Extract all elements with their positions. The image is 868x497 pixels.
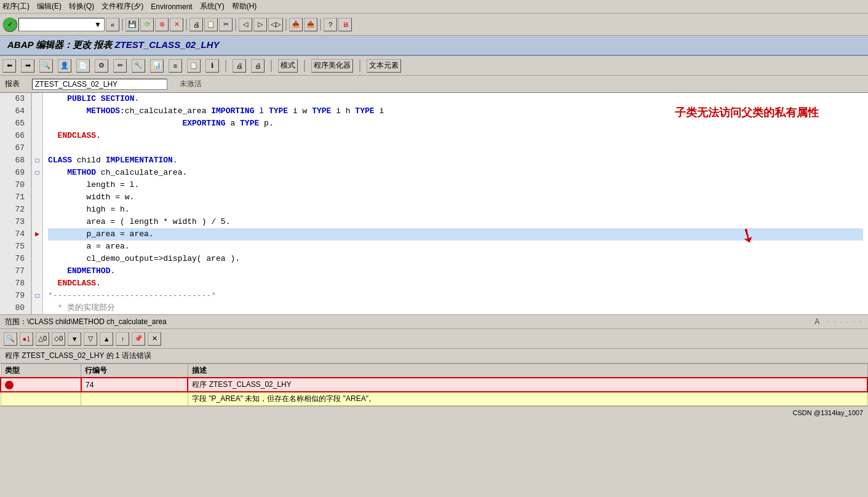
code-line: high = h.	[48, 204, 863, 216]
undo-btn[interactable]: ◁	[239, 18, 252, 31]
system-btn[interactable]: 🖥	[338, 18, 352, 31]
tool10-btn[interactable]: ℹ	[205, 59, 219, 73]
check-btn[interactable]: ✓	[2, 17, 17, 32]
col-type: 类型	[1, 364, 81, 378]
tool4-btn[interactable]: ⚙	[95, 59, 108, 73]
err-tool1[interactable]: 🔍	[4, 332, 17, 346]
copy-btn[interactable]: 📋	[204, 18, 218, 31]
code-editor: 636465666768697071727374757677787980 □□▶…	[0, 93, 868, 314]
code-line: *---------------------------------*	[48, 290, 863, 302]
error-panel: 类型 行编号 描述 74 程序 ZTEST_CLASS_02_LHY 字段 "P…	[0, 364, 868, 406]
stop-btn[interactable]: ⊗	[155, 18, 169, 31]
err-tool7[interactable]: ▲	[100, 332, 113, 346]
menu-item-environment[interactable]: Environment	[151, 2, 192, 11]
back-btn[interactable]: ⬅	[2, 59, 16, 73]
refresh-btn[interactable]: ⟳	[140, 18, 154, 31]
err-tool2[interactable]: ●1	[20, 332, 33, 346]
tool6-btn[interactable]: 🔧	[132, 59, 145, 73]
code-line: cl_demo_output=>display( area ).	[48, 253, 863, 265]
main-toolbar: ✓ ▼ « 💾 ⟳ ⊗ ✕ 🖨 📋 ✂ ◁ ▷ ◁▷ 📥 📤 ? 🖥	[0, 14, 868, 36]
err-tool4[interactable]: ◇0	[52, 332, 65, 346]
upload-btn[interactable]: 📤	[304, 18, 317, 31]
error-line: 74	[81, 378, 188, 392]
code-line: length = l.	[48, 179, 863, 191]
second-toolbar: ⬅ ➡ 🔍 👤 📄 ⚙ ✏ 🔧 📊 ≡ 📋 ℹ 🖨 🖨 模式 程序美化器 文本元…	[0, 56, 868, 76]
report-input[interactable]	[32, 79, 167, 90]
code-line: ENDCLASS.	[48, 277, 863, 290]
code-line: ENDMETHOD.	[48, 265, 863, 277]
menu-bar: 程序(工) 编辑(E) 转换(Q) 文件程序(夕) Environment 系统…	[0, 0, 868, 14]
warn-type	[1, 392, 81, 406]
error-desc: 程序 ZTEST_CLASS_02_LHY	[188, 378, 867, 392]
info-bar: 报表 未激活	[0, 76, 868, 93]
print-btn[interactable]: 🖨	[189, 18, 203, 31]
error-type	[1, 378, 81, 392]
err-tool5[interactable]: ▼	[68, 332, 81, 346]
scope-bar: 范围：\CLASS child\METHOD ch_calculate_area…	[0, 314, 868, 329]
menu-item-help[interactable]: 帮助(H)	[232, 1, 257, 12]
tool7-btn[interactable]: 📊	[150, 59, 164, 73]
prev-btn[interactable]: «	[106, 18, 119, 31]
menu-item-system[interactable]: 系统(Y)	[200, 1, 225, 12]
code-line	[48, 142, 863, 154]
object-dropdown[interactable]: ▼	[18, 18, 105, 31]
forward-btn[interactable]: ➡	[21, 59, 34, 73]
cut-btn[interactable]: ✂	[219, 18, 233, 31]
mode-btn[interactable]: 模式	[278, 59, 298, 73]
tool5-btn[interactable]: ✏	[113, 59, 127, 73]
error-row[interactable]: 字段 "P_AREA" 未知，但存在名称相似的字段 "AREA"。	[1, 392, 867, 406]
error-count-text: 程序 ZTEST_CLASS_02_LHY 的 1 语法错误	[5, 351, 151, 361]
status-badge: 未激活	[180, 79, 202, 89]
code-line: ENDCLASS.	[48, 130, 863, 142]
err-tool9[interactable]: 📌	[132, 332, 145, 346]
format-btn[interactable]: 🖨	[251, 59, 265, 73]
save-btn[interactable]: 💾	[125, 18, 139, 31]
help-btn[interactable]: ?	[324, 18, 337, 31]
error-table: 类型 行编号 描述 74 程序 ZTEST_CLASS_02_LHY 字段 "P…	[0, 364, 868, 406]
col-desc: 描述	[188, 364, 867, 378]
code-line: CLASS child IMPLEMENTATION.	[48, 154, 863, 167]
title-bar: ABAP 编辑器：更改 报表 ZTEST_CLASS_02_LHY	[0, 36, 868, 56]
print2-btn[interactable]: 🖨	[233, 59, 246, 73]
code-line: PUBLIC SECTION.	[48, 93, 863, 105]
delete-btn[interactable]: ✕	[170, 18, 183, 31]
tool8-btn[interactable]: ≡	[169, 59, 182, 73]
undo2-btn[interactable]: ◁▷	[268, 18, 283, 31]
code-line: area = ( length * width ) / 5.	[48, 216, 863, 228]
error-row[interactable]: 74 程序 ZTEST_CLASS_02_LHY	[1, 378, 867, 392]
scope-text: 范围：\CLASS child\METHOD ch_calculate_area	[5, 317, 167, 327]
menu-item-file[interactable]: 文件程序(夕)	[102, 1, 143, 12]
report-label: 报表	[5, 79, 20, 89]
code-content: PUBLIC SECTION. METHODS:ch_calculate_are…	[43, 93, 868, 314]
warn-line	[81, 392, 188, 406]
line-gutter: 636465666768697071727374757677787980	[0, 93, 32, 314]
beautify-btn[interactable]: 程序美化器	[311, 59, 353, 73]
tool2-btn[interactable]: 👤	[58, 59, 71, 73]
tool3-btn[interactable]: 📄	[76, 59, 90, 73]
tool1-btn[interactable]: 🔍	[39, 59, 53, 73]
err-tool10[interactable]: ✕	[148, 332, 161, 346]
menu-item-program[interactable]: 程序(工)	[2, 1, 30, 12]
err-tool8[interactable]: ↑	[116, 332, 129, 346]
code-line: METHOD ch_calculate_area.	[48, 167, 863, 179]
textelement-btn[interactable]: 文本元素	[367, 59, 401, 73]
error-toolbar: 🔍 ●1 △0 ◇0 ▼ ▽ ▲ ↑ 📌 ✕	[0, 329, 868, 349]
err-tool6[interactable]: ▽	[84, 332, 97, 346]
err-tool3[interactable]: △0	[36, 332, 49, 346]
warn-desc: 字段 "P_AREA" 未知，但存在名称相似的字段 "AREA"。	[188, 392, 867, 406]
tool9-btn[interactable]: 📋	[187, 59, 201, 73]
scope-right: A	[814, 317, 819, 326]
fold-gutter: □□▶□	[32, 93, 43, 314]
error-count-bar: 程序 ZTEST_CLASS_02_LHY 的 1 语法错误	[0, 349, 868, 364]
menu-item-edit[interactable]: 编辑(E)	[37, 1, 62, 12]
redo-btn[interactable]: ▷	[253, 18, 267, 31]
download-btn[interactable]: 📥	[289, 18, 303, 31]
code-line: * 类的实现部分	[48, 302, 863, 314]
annotation-text: 子类无法访问父类的私有属性	[675, 105, 819, 120]
bottom-status-bar: CSDN @1314lay_1007	[0, 406, 868, 418]
col-line: 行编号	[81, 364, 188, 378]
title-report: ZTEST_CLASS_02_LHY	[114, 39, 219, 50]
title-prefix: ABAP 编辑器：更改 报表	[7, 39, 114, 50]
menu-item-convert[interactable]: 转换(Q)	[69, 1, 94, 12]
drag-handle[interactable]: · · · · · ·	[827, 317, 863, 326]
